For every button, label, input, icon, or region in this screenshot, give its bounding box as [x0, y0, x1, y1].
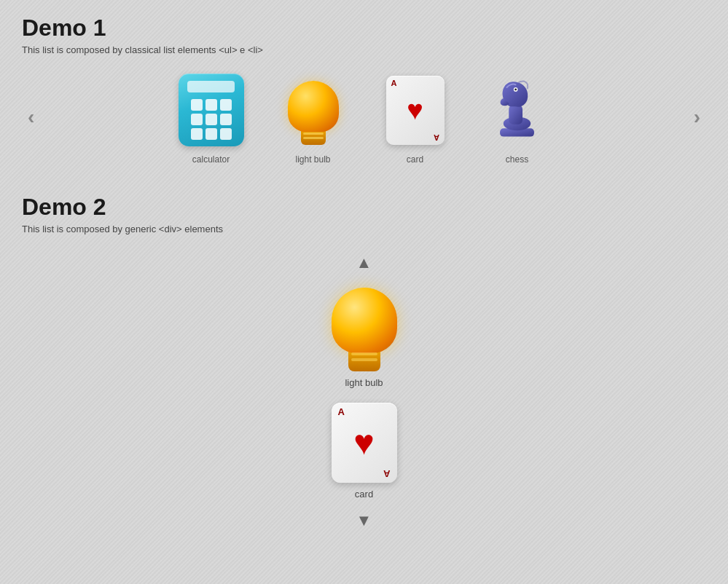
- card-corner-bottom: A: [434, 133, 439, 141]
- calc-btn: [191, 99, 203, 111]
- svg-point-4: [514, 88, 517, 90]
- calc-btn: [191, 114, 203, 125]
- list-item: chess: [481, 70, 554, 165]
- bulb-lines: [303, 133, 324, 139]
- lightbulb-large-icon: [328, 284, 401, 371]
- bulb-line: [303, 133, 324, 135]
- demo2-title: Demo 2: [22, 194, 706, 221]
- bulb-line-large: [351, 352, 377, 355]
- item-label: card: [407, 154, 423, 165]
- card-large-icon: A ♥ A: [332, 403, 397, 483]
- item-label: light bulb: [295, 154, 330, 165]
- demo1-carousel: ‹: [22, 70, 706, 165]
- chess-icon-visual: [488, 76, 547, 145]
- bulb-line: [303, 137, 324, 139]
- item-label: calculator: [192, 154, 230, 165]
- calculator-icon-visual: [179, 74, 244, 146]
- demo1-subtitle: This list is composed by classical list …: [22, 44, 706, 55]
- card-corner-top-large: A: [338, 407, 345, 417]
- chess-icon: [481, 70, 554, 150]
- card-icon: A ♥ A: [379, 70, 452, 150]
- card-heart-large: ♥: [353, 425, 375, 460]
- bulb-line-large: [351, 358, 377, 361]
- bulb-lines-large: [351, 352, 377, 361]
- lightbulb-icon: [277, 70, 350, 150]
- calc-btn: [206, 99, 217, 111]
- demo2-subtitle: This list is composed by generic <div> e…: [22, 224, 706, 234]
- item-label: light bulb: [345, 377, 383, 388]
- calc-btn: [220, 128, 232, 140]
- list-item: light bulb: [328, 284, 401, 388]
- calc-btn: [206, 128, 217, 140]
- calc-btn: [220, 114, 232, 125]
- calc-buttons: [191, 99, 232, 140]
- list-item: calculator: [175, 70, 248, 165]
- bulb-glass-large: [332, 288, 397, 353]
- demo2-section: Demo 2 This list is composed by generic …: [22, 194, 706, 534]
- card-corner-top: A: [391, 79, 397, 87]
- card-icon-visual: A ♥ A: [386, 76, 445, 145]
- calc-btn: [191, 128, 203, 140]
- carousel-down-button[interactable]: ▼: [342, 507, 387, 534]
- item-label: chess: [506, 154, 528, 165]
- carousel-next-button[interactable]: ›: [688, 98, 706, 136]
- lightbulb-icon-visual: [284, 76, 343, 145]
- demo2-items-list: light bulb A ♥ A card: [328, 277, 401, 507]
- card-corner-bottom-large: A: [383, 469, 390, 478]
- svg-rect-2: [509, 105, 522, 124]
- card-heart: ♥: [407, 96, 423, 124]
- calc-btn: [206, 114, 217, 125]
- carousel-prev-button[interactable]: ‹: [22, 98, 40, 136]
- demo1-items-list: calculator light bulb: [47, 70, 680, 165]
- calculator-icon: [175, 70, 248, 150]
- list-item: A ♥ A card: [379, 70, 452, 165]
- chess-knight-svg: [490, 77, 544, 143]
- demo1-section: Demo 1 This list is composed by classica…: [22, 15, 706, 165]
- calc-btn: [220, 99, 232, 111]
- list-item: light bulb: [277, 70, 350, 165]
- item-label: card: [355, 489, 373, 500]
- demo1-title: Demo 1: [22, 15, 706, 42]
- carousel-up-button[interactable]: ▲: [342, 249, 387, 277]
- list-item: A ♥ A card: [332, 403, 397, 500]
- bulb-glass: [288, 81, 339, 132]
- calc-screen: [187, 81, 235, 92]
- demo2-carousel: ▲ light bulb A ♥ A: [291, 249, 437, 534]
